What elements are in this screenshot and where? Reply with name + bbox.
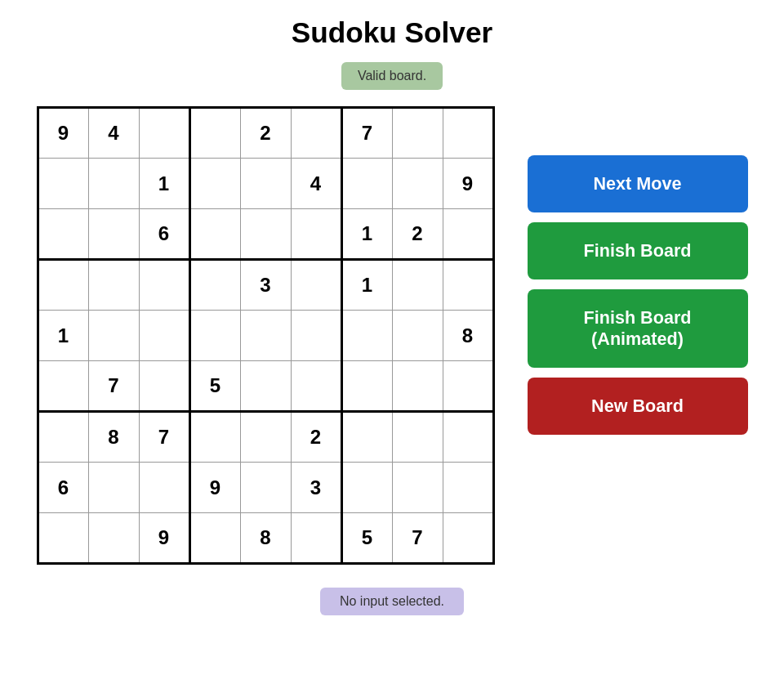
grid-cell[interactable] <box>139 361 189 412</box>
grid-cell[interactable] <box>291 209 341 260</box>
grid-cell[interactable] <box>392 108 443 159</box>
grid-cell[interactable] <box>443 513 493 564</box>
grid-cell[interactable] <box>291 361 341 412</box>
grid-cell[interactable] <box>392 159 443 209</box>
sudoku-grid: 94271496123118758726939857 <box>37 106 495 565</box>
grid-cell[interactable]: 5 <box>341 513 392 564</box>
grid-cell[interactable] <box>240 159 291 209</box>
grid-cell[interactable] <box>341 311 392 361</box>
grid-cell[interactable] <box>443 260 493 311</box>
grid-cell[interactable] <box>443 108 493 159</box>
finish-board-animated-button[interactable]: Finish Board (Animated) <box>528 289 748 368</box>
grid-cell[interactable] <box>443 463 493 513</box>
grid-cell[interactable] <box>240 209 291 260</box>
grid-cell[interactable] <box>240 361 291 412</box>
new-board-button[interactable]: New Board <box>528 378 748 435</box>
grid-cell[interactable] <box>392 412 443 463</box>
grid-cell[interactable] <box>240 311 291 361</box>
grid-cell[interactable]: 1 <box>38 311 88 361</box>
grid-cell[interactable]: 9 <box>189 463 240 513</box>
grid-cell[interactable] <box>189 108 240 159</box>
grid-cell[interactable]: 6 <box>38 463 88 513</box>
grid-cell[interactable] <box>189 311 240 361</box>
next-move-button[interactable]: Next Move <box>528 155 748 212</box>
grid-cell[interactable]: 8 <box>88 412 139 463</box>
grid-cell[interactable]: 1 <box>341 209 392 260</box>
grid-cell[interactable] <box>38 260 88 311</box>
grid-cell[interactable]: 9 <box>139 513 189 564</box>
grid-cell[interactable]: 5 <box>189 361 240 412</box>
grid-cell[interactable] <box>38 361 88 412</box>
grid-cell[interactable]: 1 <box>341 260 392 311</box>
grid-cell[interactable] <box>189 209 240 260</box>
grid-cell[interactable] <box>88 260 139 311</box>
grid-cell[interactable] <box>189 412 240 463</box>
grid-cell[interactable]: 4 <box>291 159 341 209</box>
grid-cell[interactable] <box>88 209 139 260</box>
bottom-status-badge: No input selected. <box>320 588 464 615</box>
grid-cell[interactable] <box>38 513 88 564</box>
grid-cell[interactable] <box>291 108 341 159</box>
grid-cell[interactable] <box>392 463 443 513</box>
grid-cell[interactable]: 3 <box>291 463 341 513</box>
grid-cell[interactable] <box>139 311 189 361</box>
grid-cell[interactable]: 7 <box>139 412 189 463</box>
grid-cell[interactable] <box>341 412 392 463</box>
grid-cell[interactable] <box>38 209 88 260</box>
grid-cell[interactable] <box>341 159 392 209</box>
grid-cell[interactable] <box>291 311 341 361</box>
grid-cell[interactable] <box>240 463 291 513</box>
grid-cell[interactable]: 9 <box>443 159 493 209</box>
page-title: Sudoku Solver <box>292 16 492 49</box>
grid-cell[interactable]: 7 <box>341 108 392 159</box>
grid-cell[interactable] <box>139 463 189 513</box>
grid-cell[interactable]: 2 <box>291 412 341 463</box>
grid-cell[interactable]: 6 <box>139 209 189 260</box>
buttons-panel: Next Move Finish Board Finish Board (Ani… <box>528 155 748 435</box>
grid-cell[interactable] <box>443 209 493 260</box>
main-area: 94271496123118758726939857 Next Move Fin… <box>37 106 748 565</box>
grid-cell[interactable] <box>38 159 88 209</box>
grid-cell[interactable] <box>88 159 139 209</box>
grid-cell[interactable] <box>392 311 443 361</box>
grid-cell[interactable] <box>189 159 240 209</box>
grid-cell[interactable] <box>139 260 189 311</box>
grid-cell[interactable]: 3 <box>240 260 291 311</box>
grid-cell[interactable]: 7 <box>88 361 139 412</box>
grid-cell[interactable]: 9 <box>38 108 88 159</box>
grid-cell[interactable] <box>38 412 88 463</box>
grid-cell[interactable] <box>189 260 240 311</box>
grid-cell[interactable] <box>443 412 493 463</box>
grid-cell[interactable]: 2 <box>240 108 291 159</box>
grid-cell[interactable]: 2 <box>392 209 443 260</box>
grid-cell[interactable] <box>443 361 493 412</box>
grid-cell[interactable] <box>291 260 341 311</box>
grid-cell[interactable] <box>341 361 392 412</box>
grid-cell[interactable] <box>88 463 139 513</box>
grid-cell[interactable]: 7 <box>392 513 443 564</box>
grid-cell[interactable] <box>392 260 443 311</box>
grid-cell[interactable] <box>240 412 291 463</box>
grid-cell[interactable] <box>88 513 139 564</box>
grid-cell[interactable]: 1 <box>139 159 189 209</box>
grid-cell[interactable] <box>88 311 139 361</box>
finish-board-button[interactable]: Finish Board <box>528 222 748 279</box>
grid-cell[interactable]: 8 <box>240 513 291 564</box>
grid-cell[interactable] <box>291 513 341 564</box>
grid-cell[interactable]: 8 <box>443 311 493 361</box>
grid-cell[interactable]: 4 <box>88 108 139 159</box>
grid-cell[interactable] <box>139 108 189 159</box>
valid-board-badge: Valid board. <box>341 62 443 90</box>
grid-cell[interactable] <box>392 361 443 412</box>
grid-cell[interactable] <box>189 513 240 564</box>
grid-cell[interactable] <box>341 463 392 513</box>
